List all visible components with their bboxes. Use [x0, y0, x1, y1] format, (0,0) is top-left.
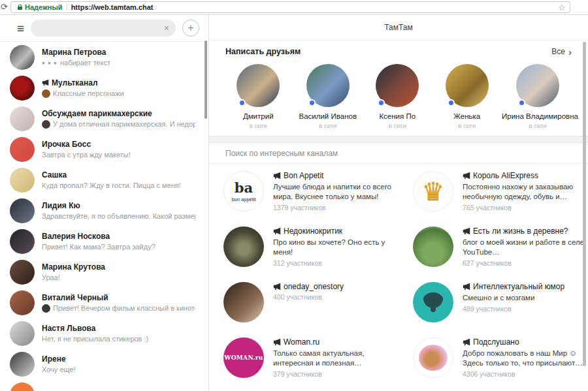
- chat-row-marina-petrova[interactable]: Марина Петрова ● ● ● набирает текст: [0, 42, 208, 72]
- new-chat-button[interactable]: +: [182, 20, 199, 37]
- chat-row-nastya-lvova[interactable]: Настя Львова Нет, я не присылала стикеро…: [0, 318, 208, 349]
- main-panel: ТамТам Написать друзьям Все › Дмитрий в …: [209, 15, 588, 391]
- sender-mini-avatar: [42, 304, 50, 313]
- avatar: [10, 168, 35, 193]
- channel-nedokinokritik[interactable]: Недокинокритик Про кино вы хочете? Оно е…: [209, 219, 399, 275]
- channel-avatar: [413, 337, 453, 378]
- reload-icon[interactable]: ⟳: [1, 2, 8, 12]
- channel-avatar: ♛: [413, 171, 453, 211]
- avatar: [516, 64, 559, 107]
- chat-name: Марина Петрова: [42, 48, 110, 57]
- friend-vasiliy-ivanov[interactable]: Василий Иванов в сети: [293, 64, 363, 129]
- chat-row-partial[interactable]: [0, 379, 208, 391]
- channel-woman-ru[interactable]: WOMAN.ru Woman.ru Только самая актуальна…: [209, 330, 399, 386]
- channel-name: oneday_onestory: [284, 282, 344, 291]
- bookmark-star-icon[interactable]: ☆: [558, 3, 566, 12]
- avatar: [237, 64, 280, 107]
- chat-preview: Классные персонажи: [42, 89, 124, 98]
- chat-preview: Здравствуйте, я по объявлению. Какой раз…: [42, 212, 195, 220]
- chevron-right-icon: ›: [568, 46, 572, 57]
- friend-kseniya-po[interactable]: Ксения По в сети: [363, 64, 433, 129]
- clear-search-icon[interactable]: ×: [164, 23, 169, 33]
- channel-name: Bon Appetit: [284, 171, 323, 180]
- chat-preview-text: Классные персонажи: [53, 89, 124, 97]
- avatar: [10, 321, 35, 346]
- menu-icon[interactable]: ≡: [17, 22, 24, 35]
- avatar: [10, 260, 35, 285]
- megaphone-icon: [463, 283, 470, 290]
- deer-graphic: [419, 345, 448, 371]
- search-input[interactable]: ×: [31, 20, 176, 37]
- address-bar[interactable]: Надежный https://web.tamtam.chat ☆: [10, 1, 570, 13]
- channel-podslushano[interactable]: Подслушано Добро пожаловать в наш Мир ☺ …: [399, 330, 588, 386]
- channel-bon-appetit[interactable]: ba bon appétit Bon Appetit Лучшие блюда …: [209, 164, 399, 219]
- channel-description: блог о моей жизни и работе в селе. YouTu…: [463, 238, 588, 257]
- channel-description: Только самая актуальная, интересная и по…: [273, 349, 399, 368]
- channel-korol-aliexpress[interactable]: ♛ Король AliExpress Постоянно нахожу и з…: [399, 164, 588, 219]
- friend-zhenka[interactable]: Женька в сети: [433, 64, 502, 129]
- channel-name: Есть ли жизнь в деревне?: [473, 227, 568, 236]
- channel-description: Лучшие блюда и напитки со всего мира. Вк…: [273, 182, 399, 202]
- chat-row-sashka[interactable]: Сашка Куда пропал? Жду в гости. Пицца с …: [0, 164, 208, 195]
- friend-irina-vladimirovna[interactable]: Ирина Владимировна в сети: [502, 64, 574, 129]
- chat-name: Ирене: [42, 354, 76, 364]
- chat-preview: Привет! Вечером фильм классный в кинотеа…: [42, 304, 195, 313]
- chat-preview: Нет, я не присылала стикеров :): [42, 335, 148, 343]
- channel-oneday-onestory[interactable]: oneday_onestory 400 участников: [209, 275, 399, 330]
- chat-row-parikmaherskie[interactable]: Обсуждаем парикмахерские У дома отличная…: [0, 103, 208, 134]
- megaphone-icon: [273, 227, 281, 235]
- sender-mini-avatar: [42, 120, 50, 129]
- channel-description: Про кино вы хочете? Оно есть у меня!: [273, 238, 399, 257]
- friends-card: Написать друзьям Все › Дмитрий в сети Ва…: [209, 40, 588, 136]
- channel-members: 312 участников: [273, 259, 399, 267]
- sender-mini-avatar: [42, 89, 50, 98]
- avatar: [446, 64, 489, 107]
- avatar: [10, 229, 35, 254]
- friend-status: в сети: [433, 122, 502, 129]
- chat-row-marina-krutova[interactable]: Марина Крутова Ураа!: [0, 257, 208, 287]
- channel-name: Интеллектуальный юмор: [473, 282, 564, 291]
- channels-grid: ba bon appétit Bon Appetit Лучшие блюда …: [209, 164, 588, 386]
- chat-row-irene[interactable]: Ирене Хочу еще!: [0, 349, 208, 379]
- see-all-label: Все: [551, 47, 565, 56]
- chat-row-multkanal[interactable]: Мультканал Классные персонажи: [0, 72, 208, 103]
- channel-members: 4306 участников: [463, 370, 588, 378]
- megaphone-icon: [463, 338, 470, 346]
- megaphone-icon: [463, 172, 470, 180]
- megaphone-icon: [273, 172, 281, 180]
- chat-name: Валерия Носкова: [42, 232, 155, 241]
- chat-row-valeriya-noskova[interactable]: Валерия Носкова Привет! Как мама? Завтра…: [0, 226, 208, 257]
- chat-name-text: Мультканал: [52, 78, 98, 87]
- friend-dmitriy[interactable]: Дмитрий в сети: [223, 64, 293, 129]
- avatar: [10, 106, 35, 131]
- friend-name: Ксения По: [363, 112, 433, 120]
- chat-name: Марина Крутова: [42, 262, 105, 272]
- channel-avatar: [413, 282, 453, 322]
- url-separator: [67, 3, 67, 11]
- online-dot: [378, 99, 385, 106]
- chat-preview: Куда пропал? Жду в гости. Пицца с меня!: [42, 181, 181, 189]
- chat-name: Ирочка Босс: [42, 140, 131, 149]
- chat-row-vitaliy-cherniy[interactable]: Виталий Черный Привет! Вечером фильм кла…: [0, 287, 208, 318]
- megaphone-icon: [273, 338, 281, 346]
- friends-row: Дмитрий в сети Василий Иванов в сети Ксе…: [209, 63, 588, 136]
- chat-name: Мультканал: [42, 78, 124, 87]
- avatar: [10, 290, 35, 315]
- avatar: [10, 383, 35, 391]
- avatar: [10, 45, 35, 70]
- see-all-link[interactable]: Все ›: [551, 46, 572, 57]
- typing-text: набирает текст: [60, 59, 110, 67]
- chat-row-lidiya-kyu[interactable]: Лидия Кю Здравствуйте, я по объявлению. …: [0, 195, 208, 226]
- browser-bar: ⟳ Надежный https://web.tamtam.chat ☆: [0, 0, 588, 15]
- chat-name: Виталий Черный: [42, 293, 195, 302]
- channel-intellektualniy-yumor[interactable]: Интеллектуальный юмор Смешно и с мозгами…: [399, 275, 588, 330]
- main-scrollbar[interactable]: [583, 42, 586, 366]
- chat-name: Обсуждаем парикмахерские: [42, 109, 195, 118]
- einstein-face-graphic: [422, 292, 444, 312]
- channel-zhizn-v-derevne[interactable]: Есть ли жизнь в деревне? блог о моей жиз…: [399, 219, 588, 275]
- avatar-logo-text: ba: [235, 181, 253, 195]
- url-text: https://web.tamtam.chat: [71, 3, 154, 11]
- chat-row-irochka-boss[interactable]: Ирочка Босс Завтра с утра жду макеты!: [0, 134, 208, 164]
- channel-avatar: WOMAN.ru: [223, 337, 264, 378]
- sidebar-scrollbar[interactable]: [204, 40, 207, 119]
